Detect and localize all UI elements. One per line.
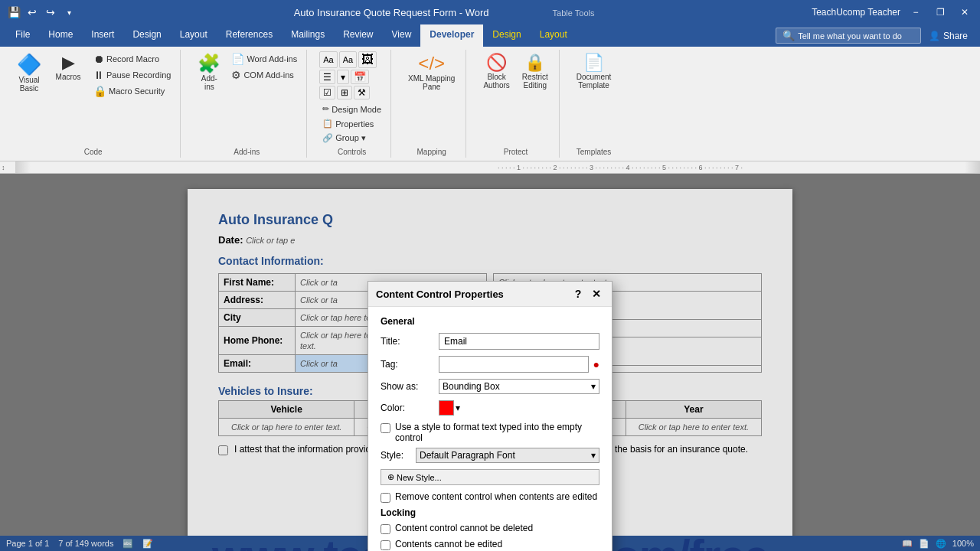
color-label: Color: (381, 403, 434, 413)
code-label: Code (84, 146, 103, 156)
ribbon-content-developer: 🔷 VisualBasic ▶ Macros ⏺ Record Macro (0, 47, 980, 161)
title-input[interactable] (439, 333, 599, 350)
com-addins-icon: ⚙ (231, 69, 241, 81)
ribbon-group-addins: 🧩 Add-ins 📄 Word Add-ins ⚙ COM Add-ins A… (187, 50, 307, 158)
record-icon: ⏺ (93, 53, 104, 65)
template-icon: 📄 (583, 54, 604, 71)
code-group-content: 🔷 VisualBasic ▶ Macros ⏺ Record Macro (12, 51, 174, 145)
ribbon-tabs: File Home Insert Design Layout Reference… (0, 24, 980, 47)
redo-icon[interactable]: ↪ (43, 6, 58, 18)
color-dropdown-arrow: ▾ (456, 403, 460, 413)
tag-input[interactable] (439, 356, 589, 373)
title-row: Title: (381, 333, 599, 350)
com-add-ins-button[interactable]: ⚙ COM Add-ins (228, 67, 300, 83)
protect-label: Protect (504, 146, 528, 156)
general-section-label: General (381, 316, 599, 327)
ruler: ↕ · · · · · 1 · · · · · · · · 2 · · · · … (0, 161, 980, 174)
tab-table-design[interactable]: Design (483, 24, 530, 47)
undo-icon[interactable]: ↩ (24, 6, 40, 18)
plain-text-control-button[interactable]: Aa (339, 51, 357, 68)
tab-view[interactable]: View (383, 24, 421, 47)
tab-table-layout[interactable]: Layout (531, 24, 577, 47)
use-style-label: Use a style to format text typed into th… (395, 422, 599, 443)
save-icon[interactable]: 💾 (6, 6, 21, 18)
record-macro-button[interactable]: ⏺ Record Macro (90, 51, 174, 67)
tell-me-input[interactable]: 🔍 Tell me what you want to do (776, 28, 921, 44)
group-button[interactable]: 🔗 Group ▾ (319, 132, 369, 145)
restore-button[interactable]: ❐ (931, 3, 949, 21)
restrict-editing-button[interactable]: 🔒 RestrictEditing (518, 51, 553, 93)
tab-developer[interactable]: Developer (420, 24, 483, 47)
word-add-ins-button[interactable]: 📄 Word Add-ins (228, 51, 300, 67)
style-dropdown[interactable]: Default Paragraph Font ▾ (416, 448, 599, 463)
tab-mailings[interactable]: Mailings (282, 24, 334, 47)
tag-indicator: ● (593, 358, 599, 370)
templates-group-content: 📄 DocumentTemplate (572, 51, 616, 145)
security-icon: 🔒 (93, 85, 106, 97)
document-template-button[interactable]: 📄 DocumentTemplate (572, 51, 616, 93)
ribbon-group-mapping: </> XML MappingPane Mapping (397, 50, 466, 158)
design-mode-button[interactable]: ✏ Design Mode (319, 103, 384, 116)
date-picker-control-button[interactable]: 📅 (351, 70, 369, 84)
tab-file[interactable]: File (6, 24, 39, 47)
checkbox-control-button[interactable]: ☑ (319, 86, 335, 99)
remove-control-checkbox[interactable] (381, 493, 390, 503)
properties-button[interactable]: 📋 Properties (319, 117, 377, 130)
show-as-label: Show as: (381, 381, 434, 392)
style-value: Default Paragraph Font (420, 450, 515, 461)
color-row: Color: ▾ (381, 400, 599, 416)
repeating-section-button[interactable]: ⊞ (337, 86, 352, 99)
visual-basic-button[interactable]: 🔷 VisualBasic (12, 51, 46, 96)
tab-insert[interactable]: Insert (82, 24, 123, 47)
modal-overlay: Content Control Properties ? ✕ General T… (0, 174, 980, 551)
macros-button[interactable]: ▶ Macros (49, 51, 87, 84)
xml-icon: </> (418, 54, 445, 73)
minimize-button[interactable]: − (906, 3, 925, 21)
content-control-properties-dialog: Content Control Properties ? ✕ General T… (368, 281, 612, 551)
pause-recording-button[interactable]: ⏸ Pause Recording (90, 67, 174, 83)
cannot-delete-row: Content control cannot be deleted (381, 523, 599, 534)
xml-mapping-button[interactable]: </> XML MappingPane (403, 51, 459, 94)
picture-control-button[interactable]: 🖼 (358, 51, 377, 68)
pause-icon: ⏸ (93, 69, 104, 81)
templates-label: Templates (577, 146, 612, 156)
modal-help-button[interactable]: ? (570, 286, 586, 302)
ribbon: File Home Insert Design Layout Reference… (0, 24, 980, 161)
tab-home[interactable]: Home (39, 24, 82, 47)
show-as-dropdown[interactable]: Bounding Box ▾ (439, 379, 599, 394)
locking-section-label: Locking (381, 507, 599, 518)
rich-text-control-button[interactable]: Aa (319, 51, 337, 68)
tab-design[interactable]: Design (123, 24, 170, 47)
modal-close-button[interactable]: ✕ (589, 286, 604, 302)
tag-row: Tag: ● (381, 356, 599, 373)
add-ins-button[interactable]: 🧩 Add-ins (193, 51, 225, 94)
new-style-button[interactable]: ⊕ New Style... (381, 469, 599, 485)
show-as-row: Show as: Bounding Box ▾ (381, 379, 599, 394)
restrict-icon: 🔒 (524, 54, 545, 71)
modal-body: General Title: Tag: ● Show as: Bounding … (368, 307, 612, 551)
controls-group-content: Aa Aa 🖼 ☰ ▾ 📅 ☑ ⊞ ⚒ (319, 51, 384, 145)
dropdown-control-button[interactable]: ▾ (337, 70, 349, 84)
ribbon-group-code: 🔷 VisualBasic ▶ Macros ⏺ Record Macro (6, 50, 181, 158)
block-authors-button[interactable]: 🚫 BlockAuthors (479, 51, 514, 93)
addins-icon: 🧩 (198, 54, 220, 73)
modal-titlebar: Content Control Properties ? ✕ (368, 282, 612, 307)
tab-review[interactable]: Review (334, 24, 382, 47)
customize-qat-icon[interactable]: ▾ (61, 8, 77, 17)
share-button[interactable]: 👤 Share (929, 31, 968, 41)
combo-box-control-button[interactable]: ☰ (319, 70, 335, 84)
tab-layout[interactable]: Layout (171, 24, 217, 47)
macros-icon: ▶ (62, 54, 75, 71)
macro-security-button[interactable]: 🔒 Macro Security (90, 83, 174, 99)
color-picker-button[interactable]: ▾ (439, 400, 460, 416)
cannot-edit-checkbox[interactable] (381, 540, 390, 550)
tab-references[interactable]: References (217, 24, 282, 47)
cannot-delete-checkbox[interactable] (381, 524, 390, 534)
show-as-chevron: ▾ (591, 381, 596, 392)
use-style-checkbox[interactable] (381, 423, 390, 433)
mapping-label: Mapping (417, 146, 446, 156)
legacy-tools-button[interactable]: ⚒ (354, 86, 370, 99)
document-area: Auto Insurance Q Date: Click or tap e Co… (0, 174, 980, 551)
quick-access-toolbar: 💾 ↩ ↪ ▾ (6, 6, 77, 18)
close-button[interactable]: ✕ (956, 3, 974, 21)
